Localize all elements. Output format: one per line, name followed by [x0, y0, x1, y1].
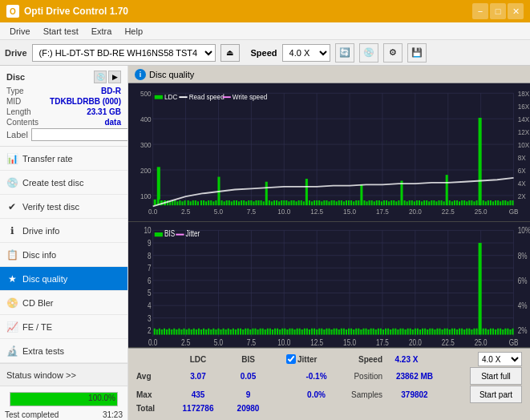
svg-rect-325	[360, 329, 362, 335]
drive-select[interactable]: (F:) HL-DT-ST BD-RE WH16NS58 TST4	[32, 44, 216, 62]
rotate-icon[interactable]: 🔄	[335, 43, 354, 63]
svg-text:4X: 4X	[518, 179, 526, 188]
svg-rect-305	[311, 329, 313, 335]
svg-rect-335	[385, 329, 386, 335]
menu-help[interactable]: Help	[118, 25, 149, 38]
svg-rect-294	[284, 329, 285, 335]
svg-rect-91	[273, 200, 275, 205]
contents-label: Contents	[6, 118, 38, 127]
sidebar-item-verify-test-disc[interactable]: ✔ Verify test disc	[0, 195, 127, 219]
svg-rect-247	[168, 329, 170, 335]
content-area: i Disc quality	[128, 66, 530, 420]
svg-rect-366	[461, 329, 463, 335]
mid-value: TDKBLDRBB (000)	[50, 97, 121, 106]
settings-icon[interactable]: ⚙	[383, 43, 403, 63]
mid-label: MID	[6, 97, 21, 106]
svg-rect-263	[208, 329, 209, 335]
sidebar-item-disc-info[interactable]: 📋 Disc info	[0, 243, 127, 267]
maximize-button[interactable]: □	[490, 3, 506, 19]
svg-rect-323	[355, 329, 357, 335]
svg-rect-173	[479, 118, 482, 205]
svg-rect-309	[321, 329, 322, 335]
disc-label-label: Label	[6, 130, 28, 139]
svg-rect-253	[184, 329, 185, 335]
total-bis: 20980	[226, 404, 270, 413]
menu-extra[interactable]: Extra	[85, 25, 119, 38]
svg-rect-377	[490, 329, 492, 335]
svg-text:12.5: 12.5	[310, 208, 323, 216]
save-icon[interactable]: 💾	[407, 43, 427, 63]
menu-start-test[interactable]: Start test	[37, 25, 85, 38]
menu-drive[interactable]: Drive	[3, 25, 37, 38]
svg-text:6: 6	[148, 277, 152, 285]
svg-rect-181	[500, 201, 501, 205]
svg-rect-96	[285, 200, 287, 205]
svg-rect-183	[504, 200, 506, 205]
svg-rect-369	[468, 329, 470, 335]
disc-label-input[interactable]	[31, 128, 128, 141]
svg-rect-77	[238, 201, 240, 205]
jitter-checkbox[interactable]	[286, 354, 296, 364]
sidebar-item-disc-quality[interactable]: ★ Disc quality	[0, 267, 127, 291]
sidebar-item-drive-info[interactable]: ℹ Drive info	[0, 219, 127, 243]
svg-rect-155	[433, 200, 435, 205]
svg-rect-82	[250, 200, 252, 205]
svg-rect-56	[184, 200, 186, 205]
svg-rect-378	[492, 329, 494, 335]
disc-small-icon2[interactable]: ▶	[108, 71, 121, 83]
svg-rect-131	[374, 201, 375, 205]
svg-rect-311	[326, 329, 327, 335]
avg-jitter: -0.1%	[286, 372, 346, 381]
svg-rect-306	[314, 329, 315, 335]
svg-rect-346	[412, 329, 414, 335]
svg-rect-283	[257, 329, 259, 335]
sidebar-item-cd-bler[interactable]: 📀 CD Bler	[0, 291, 127, 315]
svg-rect-313	[331, 329, 333, 335]
svg-rect-139	[393, 200, 394, 205]
disc-icon[interactable]: 💿	[359, 43, 378, 63]
svg-rect-182	[502, 200, 504, 205]
svg-rect-89	[269, 200, 270, 205]
start-full-button[interactable]: Start full	[470, 367, 522, 385]
svg-rect-159	[443, 201, 445, 205]
svg-rect-302	[304, 329, 305, 335]
status-time: 31:23	[103, 410, 123, 419]
svg-text:15.0: 15.0	[343, 338, 356, 347]
sidebar-item-transfer-rate[interactable]: 📊 Transfer rate	[0, 147, 127, 171]
speed-select[interactable]: 4.0 X	[282, 44, 330, 62]
svg-rect-170	[471, 200, 472, 205]
svg-text:2X: 2X	[518, 192, 526, 200]
svg-rect-71	[224, 201, 225, 205]
svg-rect-304	[309, 329, 310, 335]
svg-rect-279	[247, 329, 249, 335]
svg-rect-151	[423, 200, 425, 205]
svg-rect-119	[343, 201, 345, 205]
svg-rect-339	[394, 329, 396, 335]
svg-rect-321	[350, 329, 352, 335]
svg-rect-354	[431, 329, 433, 335]
svg-rect-265	[212, 329, 214, 335]
stats-bar: LDC BIS Jitter Speed 4.23 X 4.0 X	[128, 348, 530, 420]
max-jitter: 0.0%	[286, 390, 346, 399]
close-button[interactable]: ✕	[508, 3, 524, 19]
status-window-button[interactable]: Status window >>	[0, 364, 127, 386]
svg-rect-154	[431, 200, 432, 205]
eject-button[interactable]: ⏏	[220, 44, 240, 62]
disc-small-icon1[interactable]: 💿	[94, 71, 107, 83]
sidebar-item-create-test-disc[interactable]: 💿 Create test disc	[0, 171, 127, 195]
svg-rect-165	[459, 201, 460, 205]
svg-text:GB: GB	[509, 208, 519, 216]
sidebar-item-fe-te[interactable]: 📈 FE / TE	[0, 315, 127, 339]
svg-text:LDC: LDC	[164, 92, 178, 101]
svg-rect-318	[343, 329, 345, 335]
speed-dropdown[interactable]: 4.0 X	[478, 352, 522, 366]
position-value: 23862 MB	[382, 372, 447, 381]
svg-rect-149	[419, 200, 420, 205]
start-part-button[interactable]: Start part	[470, 386, 522, 403]
svg-rect-121	[348, 200, 350, 205]
svg-rect-360	[447, 329, 448, 335]
svg-rect-87	[263, 201, 265, 205]
svg-rect-172	[476, 200, 478, 205]
minimize-button[interactable]: −	[472, 3, 488, 19]
sidebar-item-extra-tests[interactable]: 🔬 Extra tests	[0, 339, 127, 363]
